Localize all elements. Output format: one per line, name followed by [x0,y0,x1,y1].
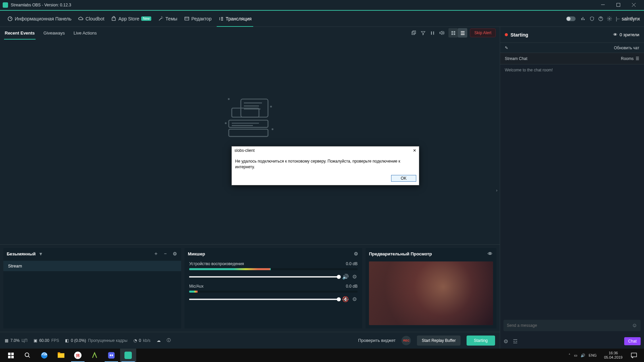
stat-dropped: ◧0 (0.0%)Пропущенные кадры [65,338,127,343]
svg-rect-13 [232,108,259,117]
chat-viewers-icon[interactable]: ☲ [513,338,518,345]
tab-giveaways[interactable]: Giveaways [43,28,66,38]
start-button[interactable] [3,349,19,362]
collapse-chat-icon[interactable]: › [496,188,497,193]
mixer-channel-mic: Mic/Aux0.0 dB 🔇 ⚙ [184,282,362,304]
taskbar-discord-icon[interactable] [103,349,119,362]
rooms-dropdown[interactable]: Rooms☰ [621,56,639,61]
emoji-icon[interactable]: ☺ [632,322,637,328]
edit-stream-info-icon[interactable]: ✎ [505,46,508,50]
taskbar-app1-icon[interactable] [87,349,103,362]
svg-text:Я: Я [76,353,80,358]
window-maximize-button[interactable] [610,0,626,10]
mixer-ch2-settings-icon[interactable]: ⚙ [352,296,358,302]
nav-themes-label: Темы [165,16,177,21]
view-list-icon[interactable] [458,28,467,38]
source-row-stream[interactable]: Stream [3,261,181,271]
bitrate-icon: ◔ [133,338,137,343]
mixer-ch1-settings-icon[interactable]: ⚙ [352,274,358,280]
taskbar-slobs-icon[interactable] [120,349,136,362]
stat-cloud[interactable]: ☁ [157,338,161,343]
nav-live[interactable]: Трансляция [215,11,255,26]
preview-viewport[interactable] [369,261,493,325]
view-grid-icon[interactable] [448,28,458,38]
window-minimize-button[interactable] [595,0,610,10]
chat-header-title: Stream Chat [505,56,527,61]
mixer-settings-icon[interactable]: ⚙ [353,251,359,256]
tab-live-actions[interactable]: Live Actions [73,28,97,38]
help-icon[interactable] [596,11,605,26]
bag-icon [111,16,116,21]
main-nav: Информационная Панель Cloudbot App Store… [0,11,644,27]
popout-icon[interactable] [409,28,418,38]
night-mode-toggle[interactable] [566,16,576,21]
taskbar-explorer-icon[interactable] [53,349,69,362]
wand-icon [158,16,163,21]
skip-alert-button[interactable]: Skip Alert [470,28,496,37]
pause-alerts-icon[interactable] [428,28,437,38]
mixer-ch2-slider[interactable] [189,299,339,300]
settings-icon[interactable] [605,11,614,26]
mixer-ch1-mute-icon[interactable]: 🔊 [342,274,348,280]
svg-rect-27 [58,352,60,354]
stat-fps: ▣60.00FPS [34,338,59,343]
taskbar-edge-icon[interactable] [36,349,52,362]
dialog-ok-button[interactable]: OK [391,175,416,182]
record-button[interactable]: REC [401,336,411,345]
notifications-button[interactable] [627,349,641,362]
taskbar-clock[interactable]: 16:36 05.04.2019 [601,351,626,360]
mixer-ch1-meter [189,268,358,270]
stat-bitrate: ◔0kb/s [133,338,151,343]
tray-lang[interactable]: ENG [589,353,597,357]
nav-dashboard[interactable]: Информационная Панель [4,11,75,26]
stat-info[interactable]: ⓘ [167,338,171,343]
window-close-button[interactable] [626,0,641,10]
nav-cloudbot-label: Cloudbot [86,16,104,21]
test-widget-link[interactable]: Проверить виджет [358,338,396,343]
shield-icon[interactable] [588,11,596,26]
taskbar-search-icon[interactable] [19,349,36,362]
nav-appstore[interactable]: App Store New [108,11,155,26]
mixer-ch2-mute-icon[interactable]: 🔇 [342,296,348,302]
add-source-button[interactable]: ＋ [153,251,159,257]
tray-chevron-icon[interactable]: ˄ [569,353,571,358]
chat-input[interactable] [507,323,632,328]
tab-recent-events[interactable]: Recent Events [4,28,36,38]
events-empty-placeholder: The [220,92,280,150]
replay-buffer-button[interactable]: Start Replay Buffer [417,336,460,346]
chat-settings-icon[interactable]: ⚙ [503,338,508,345]
info-icon: ⓘ [167,338,171,343]
taskbar-yandex-icon[interactable]: Я [70,349,86,362]
remove-source-button[interactable]: － [162,251,168,257]
dialog-close-icon[interactable]: ✕ [413,148,416,153]
error-dialog: slobs-client ✕ Не удалось подключиться к… [231,146,419,185]
svg-point-17 [271,106,272,107]
nav-cloudbot[interactable]: Cloudbot [75,11,108,26]
metrics-icon[interactable] [579,11,588,26]
svg-rect-6 [412,32,415,34]
refresh-chat-link[interactable]: Обновить чат [614,46,639,50]
tray-network-icon[interactable]: ▭ [574,353,577,358]
mixer-channel-desktop: Устройство воспроизведения0.0 dB 🔊 ⚙ [184,259,362,282]
nav-themes[interactable]: Темы [155,11,180,26]
svg-rect-9 [453,31,455,33]
go-live-button[interactable]: Starting [467,336,495,346]
status-footer: ▦7.0%ЦП ▣60.00FPS ◧0 (0.0%)Пропущенные к… [0,332,500,349]
events-toolbar: Recent Events Giveaways Live Actions Ski… [0,27,500,39]
tray-volume-icon[interactable]: 🔊 [581,353,585,358]
nav-editor[interactable]: Редактор [181,11,215,26]
system-tray[interactable]: ˄ ▭ 🔊 ENG [565,353,600,358]
preview-visibility-icon[interactable]: 👁 [487,251,493,256]
svg-rect-11 [453,33,455,35]
preview-title: Предварительный Просмотр [369,251,432,256]
mute-alerts-icon[interactable] [437,28,446,38]
mixer-ch1-slider[interactable] [189,276,339,278]
scenes-dropdown-icon[interactable]: ▾ [38,251,44,256]
scene-settings-icon[interactable]: ⚙ [172,251,178,256]
svg-point-18 [225,123,226,124]
user-menu[interactable]: |←salntlynx [616,16,640,21]
filter-icon[interactable] [418,28,428,38]
window-title: Streamlabs OBS - Version: 0.12.3 [11,3,595,7]
svg-rect-15 [229,129,268,137]
chat-send-button[interactable]: Chat [624,337,641,345]
